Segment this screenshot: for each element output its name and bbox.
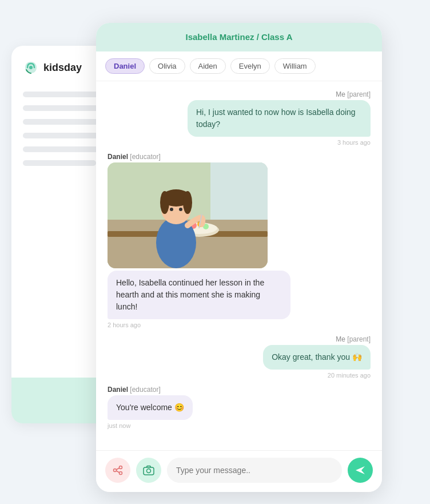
sender-label: Daniel [educator] bbox=[108, 153, 161, 161]
svg-point-15 bbox=[170, 208, 173, 211]
app-name: kidsday bbox=[43, 62, 82, 74]
camera-button[interactable] bbox=[136, 458, 161, 483]
chat-header: Isabella Martinez / Class A bbox=[96, 23, 382, 51]
tab-daniel[interactable]: Daniel bbox=[105, 58, 145, 74]
message-row: Me [parent] Okay great, thank you 🙌 20 m… bbox=[108, 335, 371, 379]
message-bubble: Okay great, thank you 🙌 bbox=[263, 345, 371, 370]
svg-point-20 bbox=[120, 472, 122, 475]
tab-olivia[interactable]: Olivia bbox=[149, 58, 185, 74]
svg-rect-3 bbox=[210, 162, 268, 220]
kidsday-logo-icon bbox=[23, 59, 39, 76]
timestamp: 20 minutes ago bbox=[328, 372, 371, 379]
sender-label: Me [parent] bbox=[336, 90, 371, 98]
svg-line-22 bbox=[117, 468, 120, 470]
svg-line-21 bbox=[117, 471, 120, 473]
input-area bbox=[96, 450, 382, 492]
svg-point-14 bbox=[183, 191, 192, 214]
chat-card: Isabella Martinez / Class A Daniel Olivi… bbox=[96, 23, 382, 492]
camera-icon bbox=[142, 464, 155, 477]
sidebar-item bbox=[23, 105, 105, 111]
sidebar-item bbox=[23, 133, 101, 138]
sidebar-item bbox=[23, 160, 96, 166]
tab-evelyn[interactable]: Evelyn bbox=[230, 58, 270, 74]
message-row: Me [parent] Hi, I just wanted to now how… bbox=[108, 90, 371, 146]
timestamp: 2 hours ago bbox=[108, 322, 141, 328]
send-icon bbox=[355, 465, 366, 476]
sender-label: Daniel [educator] bbox=[108, 386, 161, 394]
svg-point-18 bbox=[120, 466, 122, 469]
tab-aiden[interactable]: Aiden bbox=[190, 58, 226, 74]
message-row: Daniel [educator] bbox=[108, 153, 371, 328]
svg-point-16 bbox=[179, 208, 182, 211]
svg-point-0 bbox=[29, 66, 33, 69]
timestamp: just now bbox=[108, 422, 130, 429]
messages-area: Me [parent] Hi, I just wanted to now how… bbox=[96, 81, 382, 450]
sender-label: Me [parent] bbox=[336, 335, 371, 343]
message-image bbox=[108, 162, 268, 268]
message-bubble: Hi, I just wanted to now how is Isabella… bbox=[188, 100, 371, 137]
svg-point-13 bbox=[160, 191, 169, 214]
child-photo bbox=[108, 162, 268, 268]
timestamp: 3 hours ago bbox=[337, 139, 371, 146]
svg-point-19 bbox=[114, 469, 117, 472]
message-input[interactable] bbox=[167, 458, 342, 483]
share-button[interactable] bbox=[105, 458, 130, 483]
message-bubble: You're welcome 😊 bbox=[108, 395, 193, 420]
send-button[interactable] bbox=[348, 458, 373, 483]
chat-title: Isabella Martinez / Class A bbox=[185, 32, 292, 42]
message-row: Daniel [educator] You're welcome 😊 just … bbox=[108, 386, 371, 429]
svg-point-24 bbox=[147, 469, 151, 473]
message-bubble: Hello, Isabella continued her lesson in … bbox=[108, 271, 290, 319]
tab-william[interactable]: William bbox=[274, 58, 316, 74]
student-tabs: Daniel Olivia Aiden Evelyn William bbox=[96, 51, 382, 81]
share-icon bbox=[112, 465, 124, 476]
